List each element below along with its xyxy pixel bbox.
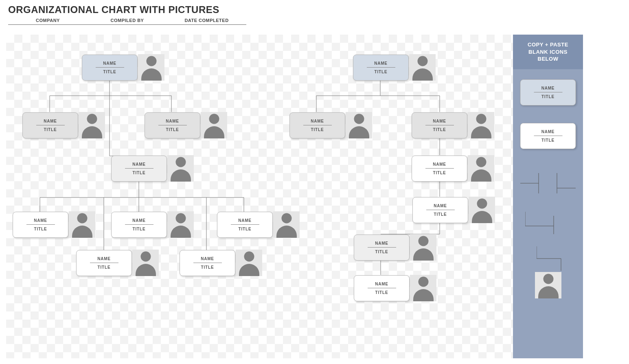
left-l1a-node[interactable]: NAME TITLE xyxy=(22,112,105,138)
sample-avatar[interactable] xyxy=(535,272,561,298)
avatar-icon xyxy=(409,54,436,81)
person-card[interactable]: NAME TITLE xyxy=(13,212,68,238)
right-root-node[interactable]: NAME TITLE xyxy=(353,54,436,81)
person-title: TITLE xyxy=(201,263,214,270)
person-name: NAME xyxy=(36,119,65,125)
avatar-icon xyxy=(410,234,436,261)
left-l1b-node[interactable]: NAME TITLE xyxy=(145,112,227,138)
person-title: TITLE xyxy=(434,210,447,217)
sidebar: COPY + PASTE BLANK ICONS BELOW NAME TITL… xyxy=(513,35,583,358)
person-name: NAME xyxy=(125,218,153,225)
person-name: NAME xyxy=(26,218,55,225)
person-title: TITLE xyxy=(375,248,388,254)
sidebar-heading-l3: BELOW xyxy=(538,56,559,62)
person-name: NAME xyxy=(426,204,455,210)
avatar-icon xyxy=(201,112,227,138)
person-title: TITLE xyxy=(34,225,47,231)
person-name: NAME xyxy=(425,119,454,125)
person-card[interactable]: NAME TITLE xyxy=(22,112,78,138)
left-l3a-node[interactable]: NAME TITLE xyxy=(13,211,95,238)
person-name: NAME xyxy=(368,282,396,288)
right-l1a-node[interactable]: NAME TITLE xyxy=(289,112,372,138)
person-name: NAME xyxy=(534,86,562,92)
person-card[interactable]: NAME TITLE xyxy=(111,212,167,238)
person-name: NAME xyxy=(368,241,396,248)
avatar-icon xyxy=(273,211,300,238)
connector-icon[interactable] xyxy=(525,212,571,234)
person-title: TITLE xyxy=(375,68,388,74)
person-card[interactable]: NAME TITLE xyxy=(520,79,576,105)
left-l3b-node[interactable]: NAME TITLE xyxy=(111,211,194,238)
person-card[interactable]: NAME TITLE xyxy=(82,55,138,81)
person-card[interactable]: NAME TITLE xyxy=(353,55,409,81)
sample-white-card[interactable]: NAME TITLE xyxy=(520,123,576,149)
right-l4-node[interactable]: NAME TITLE xyxy=(354,234,436,261)
person-card[interactable]: NAME TITLE xyxy=(217,212,273,238)
sample-blue-card[interactable]: NAME TITLE xyxy=(520,79,576,105)
avatar-icon xyxy=(468,112,494,138)
person-title: TITLE xyxy=(98,263,111,270)
sidebar-heading: COPY + PASTE BLANK ICONS BELOW xyxy=(513,35,583,69)
person-name: NAME xyxy=(303,119,332,125)
person-name: NAME xyxy=(367,61,395,68)
person-card[interactable]: NAME TITLE xyxy=(354,235,410,261)
left-l3c-node[interactable]: NAME TITLE xyxy=(217,211,300,238)
person-name: NAME xyxy=(96,61,124,68)
person-name: NAME xyxy=(534,129,562,136)
left-l4a-node[interactable]: NAME TITLE xyxy=(76,250,159,276)
person-card[interactable]: NAME TITLE xyxy=(520,123,576,149)
person-name: NAME xyxy=(193,257,222,263)
meta-row: COMPANY COMPILED BY DATE COMPLETED xyxy=(0,18,629,25)
avatar-icon xyxy=(167,211,194,238)
left-l4b-node[interactable]: NAME TITLE xyxy=(180,250,262,276)
left-root-node[interactable]: NAME TITLE xyxy=(82,54,164,81)
person-card[interactable]: NAME TITLE xyxy=(111,156,167,182)
person-name: NAME xyxy=(425,162,454,169)
person-title: TITLE xyxy=(133,225,146,231)
avatar-icon xyxy=(410,275,436,301)
person-card[interactable]: NAME TITLE xyxy=(145,112,200,138)
person-title: TITLE xyxy=(375,288,388,295)
connector-icon[interactable] xyxy=(537,246,569,271)
person-card[interactable]: NAME TITLE xyxy=(412,112,467,138)
person-name: NAME xyxy=(125,162,153,169)
right-l5-node[interactable]: NAME TITLE xyxy=(354,275,436,301)
person-title: TITLE xyxy=(166,125,179,132)
meta-company[interactable]: COMPANY xyxy=(8,18,88,25)
avatar-icon xyxy=(79,112,105,138)
right-l2-node[interactable]: NAME TITLE xyxy=(412,155,494,182)
avatar-icon xyxy=(236,250,262,276)
page-title: ORGANIZATIONAL CHART WITH PICTURES xyxy=(0,0,629,18)
person-title: TITLE xyxy=(239,225,252,231)
person-card[interactable]: NAME TITLE xyxy=(289,112,345,138)
person-title: TITLE xyxy=(541,92,554,99)
avatar-icon xyxy=(468,155,494,182)
person-title: TITLE xyxy=(133,169,146,175)
person-card[interactable]: NAME TITLE xyxy=(76,250,132,276)
person-title: TITLE xyxy=(311,125,324,132)
sidebar-heading-l1: COPY + PASTE xyxy=(528,42,568,48)
connector-icon[interactable] xyxy=(520,173,576,193)
person-card[interactable]: NAME TITLE xyxy=(412,156,467,182)
org-chart-canvas[interactable]: NAME TITLE NAME TITLE NAME TITLE NAME TI… xyxy=(6,35,513,358)
right-l1b-node[interactable]: NAME TITLE xyxy=(412,112,494,138)
left-l2-node[interactable]: NAME TITLE xyxy=(111,155,194,182)
sidebar-heading-l2: BLANK ICONS xyxy=(528,49,568,55)
right-l3-node[interactable]: NAME TITLE xyxy=(412,197,495,223)
meta-date[interactable]: DATE COMPLETED xyxy=(167,18,246,25)
person-title: TITLE xyxy=(103,68,116,74)
person-card[interactable]: NAME TITLE xyxy=(412,197,468,223)
person-name: NAME xyxy=(90,257,118,263)
person-title: TITLE xyxy=(433,125,446,132)
person-card[interactable]: NAME TITLE xyxy=(354,275,410,301)
avatar-icon xyxy=(346,112,372,138)
avatar-icon xyxy=(138,54,164,81)
person-title: TITLE xyxy=(44,125,57,132)
avatar-icon xyxy=(132,250,159,276)
person-title: TITLE xyxy=(541,136,554,143)
person-name: NAME xyxy=(231,218,259,225)
meta-compiled[interactable]: COMPILED BY xyxy=(88,18,167,25)
avatar-icon xyxy=(469,197,495,223)
person-card[interactable]: NAME TITLE xyxy=(180,250,235,276)
avatar-icon xyxy=(535,272,561,298)
